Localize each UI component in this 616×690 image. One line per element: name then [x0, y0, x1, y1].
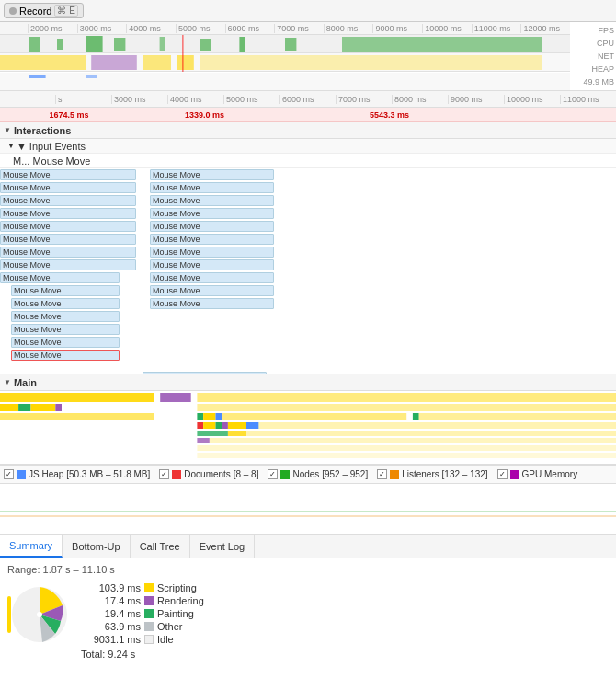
tick: 6000 ms: [225, 24, 275, 33]
interactions-section: ▼ Interactions ▼ ▼ Input Events M... Mou…: [0, 122, 616, 374]
timeline-right-labels: FPS CPU NET HEAP 49.9 MB: [583, 24, 614, 88]
list-item: Mouse Move: [11, 297, 120, 309]
stat-row-scripting: 103.9 ms Scripting: [81, 582, 609, 593]
record-label: Record: [19, 6, 51, 17]
svg-rect-40: [246, 422, 258, 429]
list-item: Mouse Move: [0, 194, 136, 206]
legend-label-jsheap: JS Heap [50.3 MB – 51.8 MB]: [29, 469, 150, 479]
tab-call-tree[interactable]: Call Tree: [131, 535, 190, 558]
mm-block: Mouse Move: [150, 259, 274, 270]
tick: 8000 ms: [324, 24, 373, 33]
mm-block: Mouse Move: [150, 234, 274, 245]
main-flame-chart: [0, 391, 616, 465]
painting-label: Painting: [157, 608, 194, 619]
main-label: Main: [14, 377, 37, 388]
mm-block: Mouse Move: [0, 182, 136, 193]
legend-checkbox-nodes[interactable]: ✓: [268, 469, 278, 479]
svg-rect-7: [285, 38, 296, 51]
list-item: Mouse Move: [150, 233, 274, 245]
tick: 6000 ms: [279, 95, 336, 104]
list-item: Mouse Move: [11, 349, 120, 361]
svg-rect-24: [31, 404, 56, 411]
scripting-label: Scripting: [157, 582, 197, 593]
tick: 10000 ms: [422, 24, 472, 33]
svg-rect-32: [413, 413, 419, 420]
input-events-label: ▼ Input Events: [17, 141, 86, 152]
tick: 11000 ms: [560, 95, 616, 104]
mouse-move-gantt: Mouse Move Mouse Move Mouse Move Mouse M…: [0, 168, 616, 374]
svg-rect-35: [197, 422, 203, 429]
painting-ms: 19.4 ms: [81, 608, 141, 619]
stat-row-painting: 19.4 ms Painting: [81, 608, 609, 619]
list-item: Mouse Move: [150, 284, 274, 296]
svg-rect-41: [258, 422, 616, 429]
svg-rect-43: [197, 431, 228, 436]
record-button[interactable]: Record ⌘ E: [4, 3, 84, 18]
svg-rect-15: [182, 53, 183, 72]
interactions-body: ▼ ▼ Input Events M... Mouse Move Mouse M…: [0, 139, 616, 374]
svg-rect-2: [86, 36, 103, 52]
list-item: Mouse Move: [0, 259, 136, 270]
legend-checkbox-jsheap[interactable]: ✓: [4, 469, 14, 479]
heap-label: HEAP: [583, 63, 614, 75]
idle-color: [144, 635, 154, 644]
svg-rect-4: [160, 37, 165, 51]
mm-block: Mouse Move: [150, 208, 274, 219]
list-item: Mouse Move: [0, 233, 136, 245]
scripting-color: [144, 583, 154, 592]
svg-rect-47: [197, 438, 209, 443]
svg-rect-39: [228, 422, 246, 429]
main-triangle: ▼: [4, 378, 11, 386]
legend-item-nodes: ✓ Nodes [952 – 952]: [268, 469, 368, 479]
svg-rect-9: [182, 35, 183, 53]
tab-summary[interactable]: Summary: [0, 535, 63, 558]
tab-bottom-up[interactable]: Bottom-Up: [63, 535, 131, 558]
range-line: Range: 1.87 s – 11.10 s: [7, 564, 609, 575]
svg-rect-27: [0, 413, 154, 420]
mm-block: Mouse Move: [0, 272, 120, 283]
main-header: ▼ Main: [0, 374, 616, 391]
tick: s: [55, 95, 111, 104]
legend-item-jsheap: ✓ JS Heap [50.3 MB – 51.8 MB]: [4, 469, 150, 479]
legend-checkbox-listeners[interactable]: ✓: [377, 469, 387, 479]
legend-checkbox-gpu[interactable]: ✓: [497, 469, 508, 479]
mm-block: Mouse Move: [150, 298, 274, 309]
mm-block: Mouse Move: [150, 182, 274, 193]
fps-bar: [0, 35, 570, 53]
rendering-color: [144, 596, 154, 605]
svg-rect-33: [419, 413, 616, 420]
scripting-bar-indicator: [7, 596, 11, 633]
list-item: Mouse Move: [150, 259, 274, 270]
tick: 11000 ms: [472, 24, 521, 33]
main-section: ▼ Main: [0, 374, 616, 466]
legend-color-gpu: [510, 470, 519, 479]
tick: 7000 ms: [274, 24, 324, 33]
tick: 4000 ms: [167, 95, 223, 104]
pie-chart: [7, 582, 72, 647]
list-item: Mouse Move: [0, 168, 136, 180]
svg-rect-11: [91, 55, 137, 70]
total-line: Total: 9.24 s: [81, 649, 609, 660]
tick: 12000 ms: [520, 24, 570, 33]
legend-checkbox-docs[interactable]: ✓: [159, 469, 169, 479]
summary-body: 103.9 ms Scripting 17.4 ms Rendering 19.…: [7, 582, 609, 660]
tab-event-log[interactable]: Event Log: [190, 535, 256, 558]
net-label: NET: [583, 50, 614, 63]
legend-item-docs: ✓ Documents [8 – 8]: [159, 469, 258, 479]
list-item: Mouse Move: [0, 220, 136, 232]
svg-rect-8: [342, 37, 542, 52]
input-events-row: ▼ ▼ Input Events: [0, 139, 616, 154]
time-ruler-2: s 3000 ms 4000 ms 5000 ms 6000 ms 7000 m…: [0, 91, 616, 108]
tick: 7000 ms: [336, 95, 392, 104]
svg-rect-49: [197, 445, 616, 451]
tick: 8000 ms: [392, 95, 448, 104]
stat-row-rendering: 17.4 ms Rendering: [81, 595, 609, 606]
stat-row-other: 63.9 ms Other: [81, 621, 609, 632]
svg-rect-12: [143, 55, 171, 70]
rendering-label: Rendering: [157, 595, 204, 606]
list-item: Mouse Move: [150, 207, 274, 219]
mouse-move-parent-label: M... Mouse Move: [13, 155, 90, 167]
interactions-label: Interactions: [14, 125, 71, 136]
legend-item-gpu: ✓ GPU Memory: [497, 469, 578, 479]
list-item: Mouse Move: [0, 207, 136, 219]
